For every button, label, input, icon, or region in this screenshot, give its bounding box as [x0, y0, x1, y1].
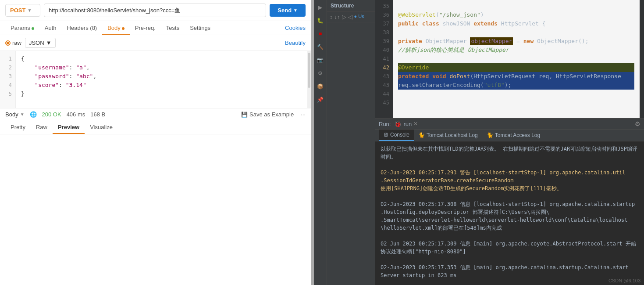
editor-code[interactable]: @WebServlet("/show_json") public class s… — [393, 0, 640, 118]
console-line-1b: 时间。 — [381, 153, 639, 161]
run-icon[interactable]: ▶ — [316, 3, 325, 12]
format-select[interactable]: JSON ▼ — [25, 38, 56, 48]
code-line-4: "score": "3.14" — [21, 81, 302, 90]
console-tab-tomcat-access[interactable]: 🐈 Tomcat Access Log — [482, 130, 544, 141]
line-num-5: 5 — [0, 90, 15, 98]
camera-icon[interactable]: 📷 — [316, 55, 325, 65]
console-line-9: 02-Jun-2023 00:25:17.353 信息 [main] org.a… — [381, 263, 639, 271]
tab-prereq[interactable]: Pre-req. — [130, 21, 161, 35]
eline-41 — [398, 54, 634, 63]
console-content[interactable]: 以获取已扫描但未在其中找到TLD的完整JAR列表。 在扫描期间跳过不需要的JAR… — [375, 141, 644, 285]
tab-params[interactable]: Params — [5, 21, 39, 35]
line-num-3: 3 — [0, 72, 15, 81]
console-tab-tomcat-local[interactable]: 🐈 Tomcat Localhost Log — [414, 130, 482, 141]
line-45: 45 — [375, 98, 393, 107]
line-36: 36 — [375, 11, 393, 19]
deploy-icon[interactable]: 📦 — [316, 82, 325, 91]
debug-icon[interactable]: 🐛 — [316, 16, 325, 25]
save-example-button[interactable]: 💾 Save as Example — [241, 111, 294, 118]
eline-44 — [398, 90, 634, 98]
tomcat-local-label: Tomcat Localhost Log — [427, 132, 478, 138]
editor-scrollbar[interactable] — [640, 0, 644, 118]
line-35: 35 — [375, 2, 393, 11]
console-line-6 — [381, 232, 639, 240]
scrollbar-thumb — [308, 53, 310, 88]
tab-auth[interactable]: Auth — [39, 21, 62, 35]
eline-40: //解析json的核心类就是 ObjectMapper — [398, 46, 634, 54]
eline-45 — [398, 98, 634, 107]
code-line-5: } — [21, 90, 302, 98]
line-numbers: 1 2 3 4 5 — [0, 51, 16, 108]
console-line-3b: .SessionIdGeneratorBase.createSecureRand… — [381, 177, 639, 184]
console-line-5b: .HostConfig.deployDescriptor 部署描述符[C:\Us… — [381, 208, 639, 216]
eline-35 — [398, 2, 634, 11]
console-tab-console[interactable]: 🖥 Console — [379, 130, 414, 141]
editor-line-numbers: 35 36 37 38 39 40 41 42 43 43 44 45 — [375, 0, 393, 118]
url-input[interactable] — [44, 4, 266, 17]
line-40: 40 — [375, 46, 393, 54]
method-label: POST — [10, 7, 25, 14]
console-line-7b: 协议处理句柄["http-nio-8080"] — [381, 248, 639, 256]
resp-tab-pretty[interactable]: Pretty — [5, 120, 31, 134]
tab-headers[interactable]: Headers (8) — [62, 21, 103, 35]
line-41: 41 — [375, 54, 393, 63]
raw-label: raw — [12, 40, 21, 46]
run-close-icon[interactable]: ✕ — [413, 121, 418, 127]
console-line-4 — [381, 192, 639, 200]
tab-settings[interactable]: Settings — [185, 21, 216, 35]
eline-38 — [398, 28, 634, 37]
watermark: CSDN @6:103 — [608, 278, 640, 283]
line-num-1: 1 — [0, 54, 15, 63]
console-line-7: 02-Jun-2023 00:25:17.309 信息 [main] org.a… — [381, 240, 639, 248]
filter-icon[interactable]: ● Us — [354, 14, 364, 20]
resp-tab-raw[interactable]: Raw — [31, 120, 53, 134]
cookies-link[interactable]: Cookies — [285, 25, 306, 31]
collapse-icon[interactable]: ◁ — [348, 14, 352, 20]
pin-icon[interactable]: 📌 — [316, 95, 325, 105]
line-num-4: 4 — [0, 81, 15, 90]
tab-body[interactable]: Body — [102, 21, 130, 35]
sort-alpha-icon[interactable]: ↕ — [330, 14, 333, 20]
tab-tests[interactable]: Tests — [161, 21, 185, 35]
settings-icon2[interactable]: ⚙ — [316, 69, 325, 78]
code-content[interactable]: { "username": "a", "password": "abc", "s… — [16, 51, 307, 108]
console-line-9b: Server startup in 623 ms — [381, 271, 639, 279]
console-tab-icon: 🖥 — [383, 132, 388, 138]
params-dot — [32, 27, 34, 30]
run-label: Run: — [379, 121, 391, 127]
preview-area — [0, 134, 311, 285]
run-settings-icon[interactable]: ⚙ — [635, 120, 640, 127]
code-scrollbar[interactable] — [307, 51, 311, 108]
console-line-5c: .SmartTomcat\serverlet-helloworld\server… — [381, 216, 639, 224]
more-button[interactable]: ··· — [301, 111, 306, 118]
body-label: Body — [5, 111, 18, 118]
run-name-label: run — [403, 121, 412, 127]
request-tabs: Params Auth Headers (8) Body Pre-req. Te… — [0, 21, 311, 35]
eline-43: protected void doPost(HttpServletRequest… — [398, 72, 634, 81]
radio-raw-dot — [5, 40, 11, 46]
send-button[interactable]: Send ▼ — [270, 4, 306, 17]
beautify-button[interactable]: Beautify — [285, 40, 306, 46]
code-line-3: "password": "abc", — [21, 72, 302, 81]
save-example-label: Save as Example — [249, 111, 294, 118]
expand-icon[interactable]: ▷ — [342, 14, 346, 20]
console-line-5: 02-Jun-2023 00:25:17.308 信息 [localhost-s… — [381, 200, 639, 208]
url-bar: POST ▼ Send ▼ — [0, 0, 311, 21]
eline-42: @Override — [398, 63, 634, 72]
stop-icon[interactable]: ■ — [316, 29, 325, 39]
ide-left-toolbar: ▶ 🐛 ■ 🔨 📷 ⚙ 📦 📌 — [314, 0, 327, 285]
send-label: Send — [278, 7, 292, 14]
code-editor[interactable]: 1 2 3 4 5 { "username": "a", "password":… — [0, 51, 311, 108]
sort-icon2[interactable]: ↓↑ — [334, 14, 340, 20]
structure-panel: Structure ↕ ↓↑ ▷ ◁ ● Us — [327, 0, 375, 285]
response-size: 168 B — [90, 111, 105, 118]
line-42: 42 — [375, 63, 393, 72]
console-line-1: 以获取已扫描但未在其中找到TLD的完整JAR列表。 在扫描期间跳过不需要的JAR… — [381, 145, 639, 153]
globe-icon: 🌐 — [30, 111, 37, 118]
resp-tab-preview[interactable]: Preview — [53, 120, 85, 134]
console-line-10 — [381, 279, 639, 285]
method-select[interactable]: POST ▼ — [5, 4, 40, 17]
resp-tab-visualize[interactable]: Visualize — [85, 120, 118, 134]
build-icon[interactable]: 🔨 — [316, 42, 325, 52]
radio-raw[interactable]: raw — [5, 40, 21, 46]
